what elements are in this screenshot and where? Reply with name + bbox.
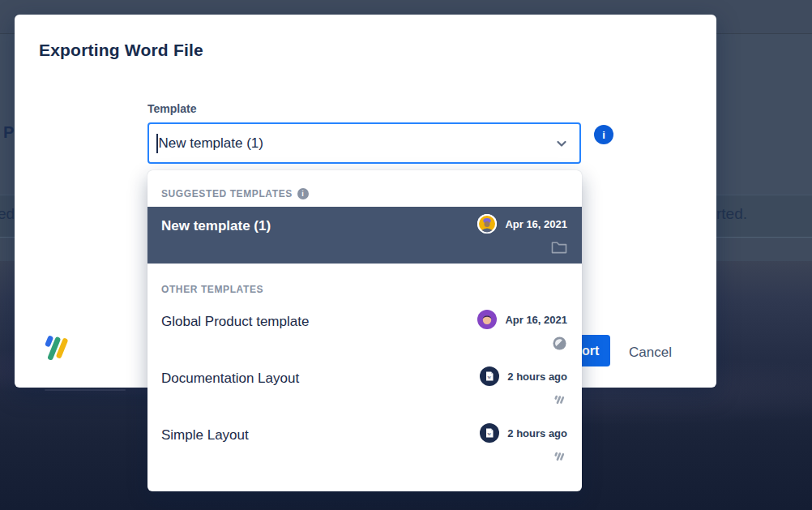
word-doc-avatar: w xyxy=(480,423,499,443)
avatar xyxy=(477,310,497,329)
globe-icon xyxy=(551,335,567,351)
dialog-title: Exporting Word File xyxy=(39,41,203,60)
word-doc-avatar: w xyxy=(480,366,499,386)
wordable-logo xyxy=(39,332,70,366)
background-text-fragment: ed xyxy=(0,205,15,223)
suggested-templates-header: SUGGESTED TEMPLATES i xyxy=(147,170,582,207)
avatar xyxy=(477,214,497,234)
template-dropdown-menu: SUGGESTED TEMPLATES i New template (1) A… xyxy=(147,170,582,491)
photo-light-streak xyxy=(45,389,126,391)
background-text-fragment: P xyxy=(3,123,14,142)
template-option-label: New template (1) xyxy=(161,214,271,264)
template-option-date: 2 hours ago xyxy=(507,427,567,439)
folder-icon xyxy=(551,239,567,255)
template-field-label: Template xyxy=(147,102,196,115)
svg-text:w: w xyxy=(488,374,492,379)
chevron-down-icon[interactable] xyxy=(555,137,568,150)
template-option-label: Simple Layout xyxy=(161,423,249,473)
wordable-mark-icon xyxy=(551,392,567,408)
cancel-button[interactable]: Cancel xyxy=(624,341,677,364)
template-option-global-product[interactable]: Global Product template Apr 16, 2021 xyxy=(147,302,582,359)
template-combobox-value: New template (1) xyxy=(159,135,556,152)
other-templates-label: OTHER TEMPLATES xyxy=(161,284,263,295)
svg-text:w: w xyxy=(488,431,492,436)
template-option-simple-layout[interactable]: Simple Layout w 2 hours ago xyxy=(147,416,582,473)
info-icon-gray[interactable]: i xyxy=(297,188,309,199)
template-option-date: Apr 16, 2021 xyxy=(505,218,567,230)
info-icon[interactable]: i xyxy=(594,125,613,144)
template-option-label: Global Product template xyxy=(161,310,309,359)
template-option-date: Apr 16, 2021 xyxy=(505,314,567,326)
template-option-documentation-layout[interactable]: Documentation Layout w 2 hours ago xyxy=(147,359,582,416)
background-text-fragment: rted. xyxy=(716,205,747,223)
input-caret xyxy=(156,134,158,153)
template-option-label: Documentation Layout xyxy=(161,366,299,416)
suggested-templates-label: SUGGESTED TEMPLATES xyxy=(161,188,293,199)
wordable-mark-icon xyxy=(551,448,567,465)
template-option-date: 2 hours ago xyxy=(507,371,567,383)
other-templates-header: OTHER TEMPLATES xyxy=(147,264,582,302)
template-combobox[interactable]: New template (1) xyxy=(147,122,581,164)
template-option-new-template[interactable]: New template (1) Apr 16, 2021 xyxy=(147,207,582,264)
